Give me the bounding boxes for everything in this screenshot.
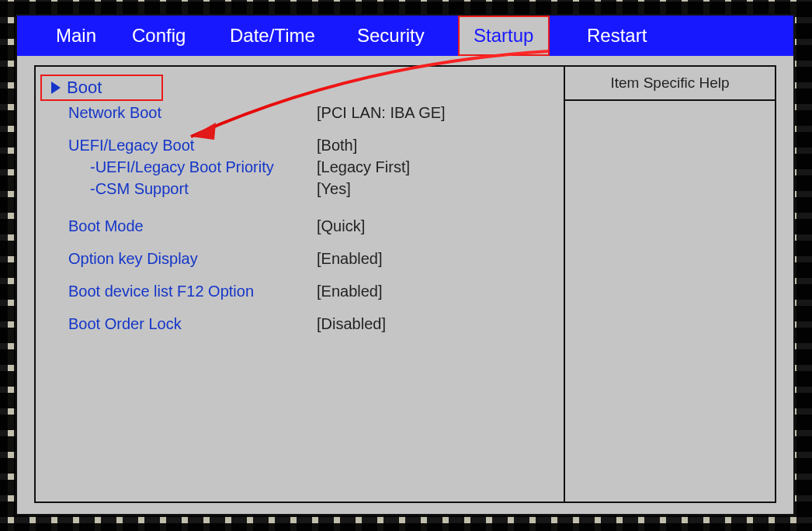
setting-value[interactable]: [Legacy First] bbox=[317, 157, 410, 178]
setting-row[interactable]: Boot device list F12 Option[Enabled] bbox=[45, 281, 554, 302]
help-title: Item Specific Help bbox=[565, 67, 775, 101]
help-panel: Item Specific Help bbox=[564, 67, 775, 502]
tab-main[interactable]: Main bbox=[42, 16, 112, 56]
setting-label: Boot device list F12 Option bbox=[45, 281, 317, 302]
setting-row[interactable]: UEFI/Legacy Boot[Both] bbox=[45, 135, 554, 156]
setting-row[interactable]: -CSM Support[Yes] bbox=[45, 179, 554, 200]
tab-config[interactable]: Config bbox=[118, 16, 203, 56]
tab-restart[interactable]: Restart bbox=[573, 16, 661, 56]
boot-submenu[interactable]: Boot bbox=[45, 78, 554, 98]
triangle-right-icon bbox=[51, 82, 61, 94]
setting-value[interactable]: [Enabled] bbox=[317, 281, 383, 302]
setting-row[interactable]: Boot Mode[Quick] bbox=[45, 216, 554, 237]
setting-value[interactable]: [Enabled] bbox=[317, 248, 383, 269]
bios-window: Main Config Date/Time Security Startup R… bbox=[16, 14, 795, 515]
setting-value[interactable]: [Yes] bbox=[317, 179, 351, 200]
setting-label: Option key Display bbox=[45, 248, 317, 269]
setting-value[interactable]: [Quick] bbox=[317, 216, 365, 237]
settings-list: Boot Network Boot[PCI LAN: IBA GE]UEFI/L… bbox=[36, 67, 564, 502]
content-body: Boot Network Boot[PCI LAN: IBA GE]UEFI/L… bbox=[17, 56, 793, 514]
setting-label: Boot Mode bbox=[45, 216, 317, 237]
setting-label: Network Boot bbox=[45, 102, 317, 123]
setting-value[interactable]: [PCI LAN: IBA GE] bbox=[317, 102, 446, 123]
help-body bbox=[565, 101, 775, 502]
setting-row[interactable]: -UEFI/Legacy Boot Priority[Legacy First] bbox=[45, 157, 554, 178]
content-panel: Boot Network Boot[PCI LAN: IBA GE]UEFI/L… bbox=[34, 65, 776, 503]
setting-value[interactable]: [Both] bbox=[317, 135, 357, 156]
boot-label: Boot bbox=[67, 78, 102, 98]
tab-bar: Main Config Date/Time Security Startup R… bbox=[17, 16, 793, 56]
setting-row[interactable]: Network Boot[PCI LAN: IBA GE] bbox=[45, 102, 554, 123]
setting-label: Boot Order Lock bbox=[45, 314, 317, 335]
setting-row[interactable]: Boot Order Lock[Disabled] bbox=[45, 314, 554, 335]
tab-security[interactable]: Security bbox=[343, 16, 441, 56]
setting-label: -CSM Support bbox=[45, 179, 317, 200]
tab-date-time[interactable]: Date/Time bbox=[216, 16, 332, 56]
tab-startup[interactable]: Startup bbox=[458, 16, 550, 56]
setting-label: -UEFI/Legacy Boot Priority bbox=[45, 157, 317, 178]
setting-row[interactable]: Option key Display[Enabled] bbox=[45, 248, 554, 269]
setting-label: UEFI/Legacy Boot bbox=[45, 135, 317, 156]
setting-value[interactable]: [Disabled] bbox=[317, 314, 386, 335]
